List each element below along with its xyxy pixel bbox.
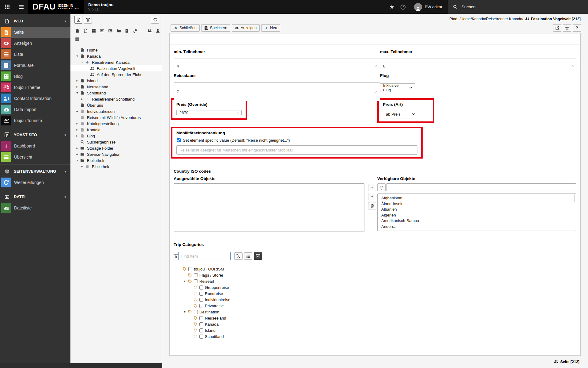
content-grid-icon[interactable] <box>92 29 96 33</box>
expand-toggle-icon[interactable]: ▸ <box>75 85 80 88</box>
category-checkbox-reiseart[interactable] <box>194 279 198 283</box>
clear-icon[interactable]: × <box>571 63 574 68</box>
menu-section-yoast-seo[interactable]: yYOAST SEO▾ <box>0 129 70 140</box>
tree-node-island[interactable]: ▸Island <box>70 78 162 84</box>
expand-toggle-icon[interactable]: ▸ <box>75 79 80 82</box>
tree-node-schottland[interactable]: ▾Schottland <box>70 90 162 96</box>
tree-node-kanada[interactable]: ▾Kanada <box>70 53 162 59</box>
tree-node-reisetrenner-schottland[interactable]: ▸÷Reisetrenner Schottland <box>70 96 162 102</box>
clear-icon[interactable]: × <box>375 89 378 94</box>
remove-button[interactable] <box>368 202 376 209</box>
expand-toggle-icon[interactable]: ▸ <box>75 110 80 113</box>
category-checkbox-kanada[interactable] <box>199 322 203 326</box>
flat-list-button[interactable] <box>244 252 252 260</box>
country-filter-button[interactable] <box>377 183 386 191</box>
image-icon[interactable] <box>108 29 113 33</box>
country-option-albanien[interactable]: Albanien <box>378 207 576 213</box>
divider-icon[interactable]: ÷ <box>141 29 144 33</box>
sidebar-item-contact-information[interactable]: Contact Information <box>0 93 70 104</box>
folder-icon[interactable] <box>116 29 121 33</box>
expand-toggle-icon[interactable]: ▸ <box>75 128 80 131</box>
user-group-icon[interactable] <box>147 29 152 33</box>
bookmark-button[interactable] <box>563 24 571 32</box>
country-filter-input[interactable] <box>386 183 576 191</box>
filter-tree-button[interactable] <box>84 16 92 24</box>
sidebar-item-dashboard[interactable]: iDashboard <box>0 140 70 151</box>
mobility-text-input[interactable] <box>176 145 417 155</box>
menu-section-web[interactable]: WEB▾ <box>0 15 70 27</box>
category-checkbox-rundreise[interactable] <box>199 292 203 296</box>
category-checkbox-privatreise[interactable] <box>199 304 203 308</box>
sidebar-item-liste[interactable]: Liste <box>0 49 70 60</box>
category-checkbox-neuseeland[interactable] <box>199 316 203 320</box>
selected-countries-listbox[interactable] <box>174 183 364 232</box>
truncated-input[interactable] <box>175 33 222 40</box>
flight-select[interactable]: Inklusive Flug <box>380 83 415 92</box>
expand-toggle-icon[interactable]: ▸ <box>80 98 85 101</box>
find-item-input[interactable] <box>179 252 231 260</box>
modules-toggle-button[interactable] <box>0 0 14 14</box>
tree-node-über-uns[interactable]: Über uns <box>70 102 162 108</box>
refresh-tree-button[interactable] <box>151 16 159 24</box>
tree-node-blog[interactable]: ▸Blog <box>70 133 162 139</box>
sidebar-item-seite[interactable]: Seite <box>0 27 70 38</box>
page-shortcut-icon[interactable] <box>125 29 129 33</box>
mountpoint-icon[interactable] <box>75 37 79 41</box>
move-up-button[interactable]: ▲ <box>368 184 376 191</box>
sidebar-item-toujou-tourism[interactable]: toujou Tourism <box>0 115 70 126</box>
sidebar-item-dateiliste[interactable]: Dateiliste <box>0 202 70 213</box>
collapse-toggle-icon[interactable]: ▾ <box>75 91 80 94</box>
banner-icon[interactable] <box>100 29 104 33</box>
sidebar-item-data-import[interactable]: Data Import <box>0 104 70 115</box>
link-icon[interactable] <box>133 29 138 33</box>
available-countries-listbox[interactable]: AfghanistanÅland-InselnAlbanienAlgerienA… <box>377 194 576 231</box>
new-page-button[interactable] <box>74 16 82 24</box>
mobility-override-checkbox[interactable] <box>177 138 181 142</box>
sidebar-item-anzeigen[interactable]: Anzeigen <box>0 38 70 49</box>
country-option-andorra[interactable]: Andorra <box>378 224 576 230</box>
global-search[interactable]: Suchen <box>448 0 588 14</box>
category-checkbox-individualreise[interactable] <box>199 298 203 302</box>
move-down-button[interactable]: ▼ <box>368 193 376 200</box>
tree-node-reisetrenner-kanada[interactable]: ▾÷Reisetrenner Kanada <box>70 59 162 65</box>
category-filter-button[interactable] <box>174 252 179 260</box>
country-option-afghanistan[interactable]: Afghanistan <box>378 195 576 201</box>
category-checkbox-schottland[interactable] <box>199 335 203 339</box>
save-button[interactable]: Speichern <box>201 24 230 32</box>
price-type-select[interactable]: ab Preis <box>383 110 418 118</box>
docheader-help-button[interactable]: ? <box>573 24 581 32</box>
country-option-algerien[interactable]: Algerien <box>378 213 576 218</box>
sidebar-item-formulare[interactable]: Formulare <box>0 60 70 71</box>
tree-node-individualreisen[interactable]: ▸Individualreisen <box>70 108 162 114</box>
tree-node-faszination-vogelwelt[interactable]: Faszination Vogelwelt <box>70 65 162 71</box>
collapse-toggle-icon[interactable]: ▾ <box>75 55 80 58</box>
tree-node-home[interactable]: Home <box>70 47 162 53</box>
user-menu[interactable]: BW editor <box>409 0 448 14</box>
tree-node-bibliothek[interactable]: ▾Bibliothek <box>70 157 162 163</box>
category-checkbox-toujou-tourism[interactable] <box>188 267 192 271</box>
tree-node-service-navigation[interactable]: ▸Service-Navigation <box>70 151 162 157</box>
sidebar-item-toujou-theme[interactable]: toujou Theme <box>0 82 70 93</box>
country-option-amerikanisch-samoa[interactable]: Amerikanisch-Samoa <box>378 218 576 224</box>
page-outline-icon[interactable] <box>83 29 88 33</box>
pagetree-toggle-button[interactable] <box>14 0 28 14</box>
new-button[interactable]: +Neu <box>261 24 280 32</box>
category-checkbox-destination[interactable] <box>194 310 198 314</box>
menu-section-seitenverwaltung[interactable]: SEITENVERWALTUNG▾ <box>0 166 70 177</box>
tree-node-reisen-mit-wildlife-adventures[interactable]: Reisen mit Wildlife Adventures <box>70 114 162 121</box>
category-checkbox-flags-störer[interactable] <box>194 273 198 277</box>
sidebar-item-weiterleitungen[interactable]: Weiterleitungen <box>0 177 70 188</box>
collapse-toggle-icon[interactable]: ▾ <box>80 61 85 64</box>
user-icon[interactable] <box>156 29 160 33</box>
tree-node-bibliothek[interactable]: ▸Bibliothek <box>70 163 162 170</box>
close-button[interactable]: ✕Schließen <box>171 24 200 32</box>
expand-toggle-icon[interactable]: ▸ <box>75 134 80 137</box>
bookmarks-button[interactable] <box>386 0 398 14</box>
sidebar-item-übersicht[interactable]: Übersicht <box>0 151 70 163</box>
view-button[interactable]: Anzeigen <box>232 24 260 32</box>
min-participants-input[interactable] <box>174 59 380 73</box>
expand-toggle-icon[interactable]: ▸ <box>75 153 80 156</box>
menu-section-datei[interactable]: DATEI▾ <box>0 191 70 202</box>
expand-toggle-icon[interactable]: ▸ <box>75 122 80 125</box>
collapse-toggle-icon[interactable]: ▾ <box>75 159 80 162</box>
